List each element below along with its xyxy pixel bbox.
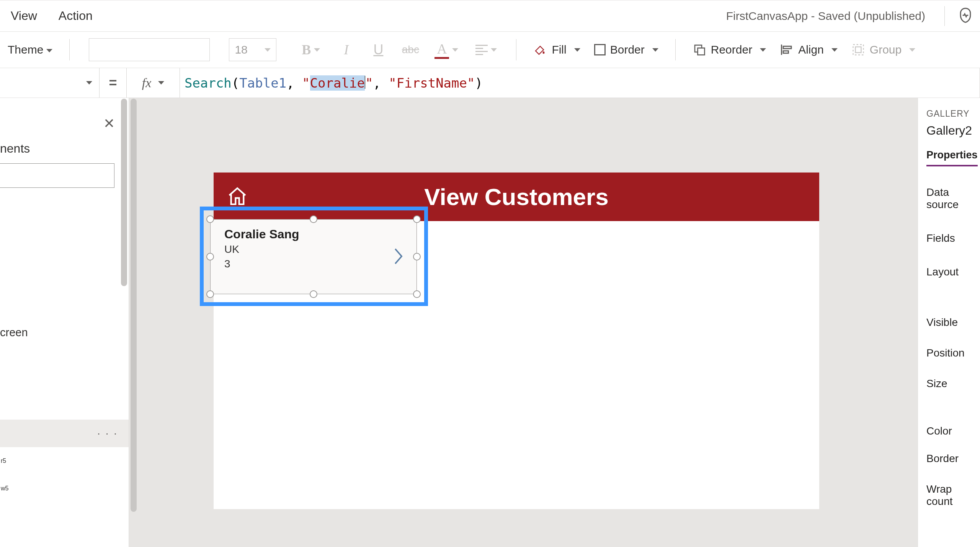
fx-button[interactable]: fx [126, 68, 180, 98]
prop-size[interactable]: Size [926, 367, 980, 400]
home-icon[interactable] [227, 186, 248, 208]
italic-button[interactable]: I [334, 38, 358, 61]
menu-bar: View Action FirstCanvasApp - Saved (Unpu… [0, 0, 980, 31]
text-align-button[interactable] [470, 38, 502, 61]
property-dropdown[interactable] [0, 68, 100, 98]
close-icon[interactable]: ✕ [103, 116, 115, 132]
border-button[interactable]: Border [591, 43, 662, 56]
theme-dropdown[interactable]: Theme [4, 43, 56, 56]
svg-rect-3 [783, 46, 791, 49]
font-color-button[interactable]: A [430, 38, 462, 61]
divider [675, 39, 676, 60]
svg-rect-1 [697, 48, 704, 55]
prop-wrap-count[interactable]: Wrap count [926, 472, 980, 518]
formula-bar: = fx Search(Table1, "Coralie", "FirstNam… [0, 68, 980, 98]
divider [944, 6, 945, 26]
tree-item-selected[interactable]: · · · [0, 420, 129, 447]
font-size-select[interactable]: 18 [229, 38, 276, 61]
bold-button[interactable]: B [296, 38, 326, 61]
font-family-select[interactable] [89, 38, 210, 61]
prop-data-source[interactable]: Data source [926, 176, 980, 221]
tree-search-input[interactable] [0, 163, 114, 188]
equals-label: = [100, 68, 126, 98]
app-checker-icon[interactable] [957, 7, 974, 25]
tab-properties[interactable]: Properties [926, 149, 978, 166]
workspace: ✕ nents creen · · · r5 w5 [0, 98, 980, 547]
underline-button[interactable]: U [366, 38, 390, 61]
scrollbar[interactable] [129, 98, 138, 547]
app-title: FirstCanvasApp - Saved (Unpublished) [726, 10, 932, 23]
prop-fields[interactable]: Fields [926, 221, 980, 255]
reorder-button[interactable]: Reorder [689, 43, 769, 57]
prop-layout[interactable]: Layout [926, 255, 980, 289]
divider [516, 39, 516, 60]
menu-action[interactable]: Action [48, 9, 103, 23]
props-category: GALLERY [926, 109, 980, 119]
align-button[interactable]: Align [777, 43, 841, 57]
selection-outline [200, 207, 428, 306]
fill-button[interactable]: Fill [530, 43, 583, 57]
prop-position[interactable]: Position [926, 339, 980, 367]
formula-input[interactable]: Search(Table1, "Coralie", "FirstName") [180, 68, 980, 98]
svg-rect-5 [853, 45, 863, 55]
tree-tab-components[interactable]: nents [0, 142, 129, 156]
svg-rect-6 [855, 47, 861, 53]
tree-view-panel: ✕ nents creen · · · r5 w5 [0, 98, 129, 547]
prop-visible[interactable]: Visible [926, 306, 980, 339]
scrollbar[interactable] [119, 98, 129, 547]
prop-color[interactable]: Color [926, 417, 980, 445]
group-button[interactable]: Group [848, 43, 918, 57]
canvas[interactable]: View Customers Coralie Sang UK 3 [129, 98, 918, 547]
svg-rect-4 [783, 51, 789, 53]
toolbar: Theme 18 B I U abc A Fill Border [0, 31, 980, 68]
properties-panel: GALLERY Gallery2 Properties Data source … [918, 98, 980, 547]
strikethrough-button[interactable]: abc [398, 38, 423, 61]
prop-border[interactable]: Border [926, 445, 980, 472]
props-control-name: Gallery2 [926, 124, 980, 138]
tree-item-screen[interactable]: creen [0, 319, 129, 346]
menu-view[interactable]: View [0, 9, 48, 23]
tree-item-w5[interactable]: w5 [0, 475, 129, 502]
divider [69, 39, 70, 60]
tree-item-r5[interactable]: r5 [0, 447, 129, 475]
